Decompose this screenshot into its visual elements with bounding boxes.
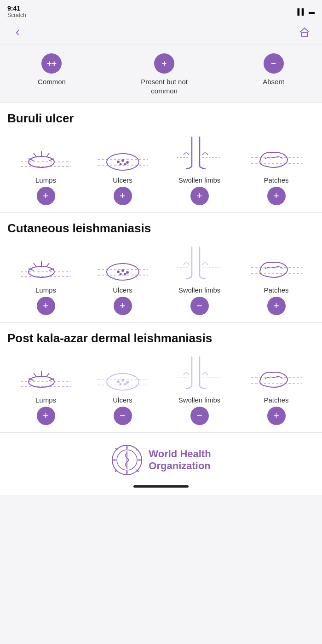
symptom-btn-pkdl-swollen_limbs[interactable]: − — [190, 407, 209, 425]
home-indicator — [133, 485, 189, 488]
svg-point-13 — [121, 159, 124, 162]
legend-item-common: ++ Common — [38, 53, 66, 95]
disease-title-buruli: Buruli ulcer — [7, 111, 315, 126]
svg-rect-0 — [302, 32, 307, 37]
status-right: ▌▌ ▬ — [298, 8, 315, 15]
symptom-buruli-ulcers: Ulcers+ — [88, 132, 157, 205]
absent-icon: − — [264, 53, 284, 74]
svg-point-60 — [124, 383, 126, 385]
svg-point-37 — [119, 273, 121, 276]
symptom-label-lumps: Lumps — [35, 176, 56, 184]
symptom-label-ulcers: Ulcers — [113, 396, 132, 404]
illustration-lumps — [16, 242, 76, 283]
symptom-btn-buruli-swollen_limbs[interactable]: + — [190, 187, 209, 205]
symptom-cutaneous-swollen_limbs: Swollen limbs− — [165, 242, 234, 315]
symptom-label-patches: Patches — [264, 396, 288, 404]
home-icon — [298, 26, 311, 39]
symptoms-row-buruli: Lumps+ Ulcers+ Swollen limbs+ Patches+ — [7, 132, 315, 213]
battery-icon: ▬ — [309, 8, 315, 15]
symptom-cutaneous-patches: Patches+ — [242, 242, 311, 315]
illustration-ulcers — [93, 242, 153, 283]
svg-point-36 — [126, 271, 129, 274]
illustration-ulcers — [93, 132, 153, 173]
status-time: 9:41 — [7, 5, 26, 12]
who-emblem-icon — [111, 444, 143, 476]
symptom-label-patches: Patches — [264, 286, 288, 294]
symptom-btn-cutaneous-patches[interactable]: + — [267, 297, 286, 315]
back-button[interactable]: ‹ — [9, 25, 26, 39]
svg-point-12 — [117, 161, 120, 163]
symptom-cutaneous-ulcers: Ulcers+ — [88, 242, 157, 315]
status-bar: 9:41 Scratch ▌▌ ▬ — [0, 0, 322, 20]
disease-section-pkdl: Post kala-azar dermal leishmaniasis Lump… — [0, 323, 322, 433]
symptom-label-lumps: Lumps — [35, 396, 56, 404]
present-icon: + — [154, 53, 174, 74]
symptom-cutaneous-lumps: Lumps+ — [12, 242, 80, 315]
illustration-limbs — [170, 132, 230, 173]
symptom-pkdl-lumps: Lumps+ — [12, 352, 80, 425]
symptom-btn-buruli-patches[interactable]: + — [267, 187, 286, 205]
symptom-label-swollen_limbs: Swollen limbs — [178, 176, 221, 184]
disease-section-cutaneous: Cutaneous leishmaniasis Lumps+ Ulcers+ — [0, 213, 322, 323]
who-logo: World HealthOrganization — [111, 444, 211, 476]
svg-point-59 — [119, 383, 121, 385]
svg-point-16 — [124, 163, 126, 166]
symptom-btn-cutaneous-lumps[interactable]: + — [37, 297, 55, 315]
symptoms-row-cutaneous: Lumps+ Ulcers+ Swollen limbs− Patches+ — [7, 242, 315, 322]
illustration-limbs — [170, 352, 230, 393]
illustration-lumps — [16, 352, 76, 393]
symptom-btn-buruli-ulcers[interactable]: + — [114, 187, 132, 205]
symptom-btn-pkdl-ulcers[interactable]: − — [114, 407, 132, 425]
symptom-label-swollen_limbs: Swollen limbs — [178, 286, 221, 294]
legend-item-present: + Present but not common — [132, 53, 196, 95]
symptom-label-patches: Patches — [264, 176, 288, 184]
svg-point-14 — [126, 161, 129, 164]
header: ‹ — [0, 20, 322, 45]
svg-point-15 — [119, 163, 121, 166]
common-icon: ++ — [41, 53, 62, 74]
footer: World HealthOrganization — [0, 433, 322, 495]
symptom-pkdl-swollen_limbs: Swollen limbs− — [165, 352, 234, 425]
symptom-label-ulcers: Ulcers — [113, 286, 132, 294]
symptoms-row-pkdl: Lumps+ Ulcers− Swollen limbs− Patches+ — [7, 352, 315, 432]
illustration-patches — [247, 352, 306, 393]
present-label: Present but not common — [132, 77, 196, 95]
symptom-label-lumps: Lumps — [35, 286, 56, 294]
symptom-buruli-swollen_limbs: Swollen limbs+ — [165, 132, 234, 205]
illustration-ulcers — [93, 352, 153, 393]
svg-point-34 — [117, 270, 120, 273]
symptom-label-swollen_limbs: Swollen limbs — [178, 396, 221, 404]
symptom-buruli-patches: Patches+ — [242, 132, 311, 205]
symptom-btn-pkdl-lumps[interactable]: + — [37, 407, 55, 425]
home-button[interactable] — [296, 26, 313, 39]
common-label: Common — [38, 77, 66, 86]
symptom-btn-buruli-lumps[interactable]: + — [37, 187, 55, 205]
symptom-btn-cutaneous-ulcers[interactable]: + — [114, 297, 132, 315]
symptom-buruli-lumps: Lumps+ — [12, 132, 80, 205]
symptom-btn-pkdl-patches[interactable]: + — [267, 407, 286, 425]
symptom-pkdl-ulcers: Ulcers− — [88, 352, 157, 425]
svg-point-58 — [126, 381, 129, 384]
signal-icon: ▌▌ — [298, 8, 306, 15]
svg-point-57 — [121, 379, 124, 382]
status-left: 9:41 Scratch — [7, 5, 26, 18]
status-carrier: Scratch — [7, 12, 26, 18]
legend: ++ Common + Present but not common − Abs… — [0, 45, 322, 103]
legend-item-absent: − Absent — [263, 53, 284, 95]
illustration-lumps — [16, 132, 76, 173]
illustration-patches — [247, 132, 306, 173]
absent-label: Absent — [263, 77, 284, 86]
disease-title-pkdl: Post kala-azar dermal leishmaniasis — [7, 331, 315, 345]
svg-point-38 — [124, 273, 126, 276]
symptom-btn-cutaneous-swollen_limbs[interactable]: − — [190, 297, 209, 315]
illustration-patches — [247, 242, 306, 283]
svg-point-35 — [121, 269, 124, 272]
disease-section-buruli: Buruli ulcer Lumps+ Ulcers+ S — [0, 103, 322, 213]
illustration-limbs — [170, 242, 230, 283]
who-name: World HealthOrganization — [149, 448, 211, 472]
svg-point-56 — [117, 380, 120, 383]
diseases-container: Buruli ulcer Lumps+ Ulcers+ S — [0, 103, 322, 433]
disease-title-cutaneous: Cutaneous leishmaniasis — [7, 221, 315, 236]
symptom-pkdl-patches: Patches+ — [242, 352, 311, 425]
symptom-label-ulcers: Ulcers — [113, 176, 132, 184]
